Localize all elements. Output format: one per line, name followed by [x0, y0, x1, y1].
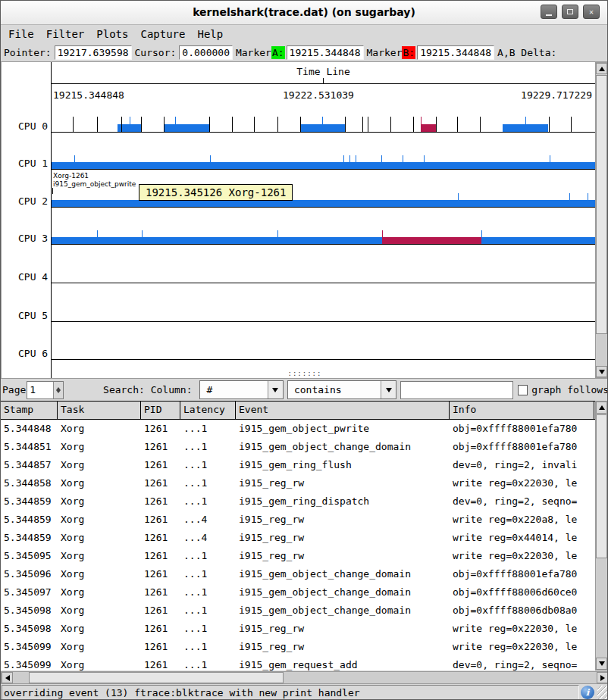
minimize-button[interactable] [541, 5, 557, 19]
header-cell-info[interactable]: Info [450, 402, 594, 419]
menu-file[interactable]: File [8, 28, 34, 43]
match-select-arrow [381, 381, 396, 398]
maximize-button[interactable] [562, 5, 578, 19]
spin-up-icon [56, 382, 61, 390]
table-row[interactable]: 5.345099Xorg1261...1i915_reg_rwwrite reg… [1, 638, 595, 656]
hover-mark [52, 188, 53, 194]
cell-stamp: 5.345099 [1, 656, 58, 670]
table-row[interactable]: 5.344848Xorg1261...1i915_gem_object_pwri… [1, 420, 595, 438]
cpu-label-2: CPU 2 [18, 195, 48, 207]
match-select[interactable]: contains [287, 380, 396, 399]
cell-info: dev=0, ring=2, seqno= [450, 656, 594, 670]
cpu-bar-3 [52, 237, 595, 244]
cursor-value: 0.000000 [179, 45, 233, 60]
menu-filter[interactable]: Filter [46, 28, 85, 43]
table-row[interactable]: 5.345098Xorg1261...1i915_reg_rwwrite reg… [1, 620, 595, 638]
list-scroll-up-button[interactable] [596, 402, 607, 414]
header-cell-event[interactable]: Event [236, 402, 450, 419]
page-label: Page [2, 384, 26, 395]
graph-follows-label: graph follows [531, 384, 608, 395]
cell-task: Xorg [58, 620, 141, 638]
cell-task: Xorg [58, 565, 141, 583]
menu-capture[interactable]: Capture [140, 28, 185, 43]
menu-help[interactable]: Help [197, 28, 223, 43]
search-input[interactable] [400, 381, 513, 399]
cell-stamp: 5.345099 [1, 638, 58, 656]
table-row[interactable]: 5.345096Xorg1261...1i915_gem_object_chan… [1, 565, 595, 583]
titlebar[interactable]: kernelshark(trace.dat) (on sugarbay) ✕ [1, 1, 607, 25]
event-tick [164, 117, 165, 132]
cell-pid: 1261 [141, 438, 180, 456]
cpu-bar-1 [52, 162, 595, 169]
cell-pid: 1261 [141, 565, 180, 583]
cell-latency: ...4 [180, 529, 236, 547]
event-tick [588, 193, 588, 200]
pane-splitter-handle[interactable]: ::::::: [2, 371, 608, 378]
cell-task: Xorg [58, 529, 141, 547]
cell-stamp: 5.344858 [1, 474, 58, 492]
event-tick [97, 117, 98, 132]
event-tick [322, 117, 323, 132]
page-spinner-buttons [53, 382, 63, 398]
ab-delta-label: A,B Delta: [497, 47, 556, 58]
list-scroll-right-button[interactable] [597, 672, 608, 683]
table-row[interactable]: 5.344851Xorg1261...1i915_gem_object_chan… [1, 438, 595, 456]
cell-info: obj=0xffff88001efa780 [450, 565, 594, 583]
cell-stamp: 5.345095 [1, 547, 58, 565]
info-icon[interactable]: i [581, 686, 594, 699]
header-cell-pid[interactable]: PID [141, 402, 180, 419]
hover-event-label: i915_gem_object_pwrite [53, 180, 136, 189]
page-spin-up-button[interactable] [54, 382, 63, 390]
table-row[interactable]: 5.344858Xorg1261...1i915_reg_rwwrite reg… [1, 474, 595, 492]
close-button[interactable]: ✕ [583, 5, 600, 19]
cell-task: Xorg [58, 474, 141, 492]
timeline-title: Time Line [52, 66, 595, 77]
cell-task: Xorg [58, 602, 141, 620]
resize-grip[interactable] [597, 686, 608, 699]
header-cell-stamp[interactable]: Stamp [1, 402, 58, 419]
graph-scroll-thumb[interactable] [596, 75, 607, 334]
header-cell-task[interactable]: Task [58, 402, 141, 419]
table-row[interactable]: 5.345095Xorg1261...1i915_reg_rwwrite reg… [1, 547, 595, 565]
event-tick [130, 117, 130, 132]
menu-plots[interactable]: Plots [96, 28, 128, 43]
cell-stamp: 5.345098 [1, 602, 58, 620]
column-select-value: # [206, 384, 212, 395]
page-spin-down-button[interactable] [54, 390, 63, 398]
list-scroll-thumb[interactable] [596, 414, 607, 558]
cell-event: i915_gem_ring_dispatch [236, 492, 450, 511]
match-select-value: contains [294, 384, 342, 395]
list-scroll-down-button[interactable] [596, 658, 607, 670]
table-row[interactable]: 5.344859Xorg1261...4i915_reg_rwwrite reg… [1, 511, 595, 529]
list-hscrollbar[interactable] [1, 671, 608, 684]
cpu-baseline-5 [52, 321, 595, 322]
timeline-plot[interactable]: Time Line 19215.344848 19222.531039 1922… [51, 62, 595, 378]
cursor-label: Cursor: [135, 47, 177, 58]
axis-time-left: 19215.344848 [53, 89, 124, 101]
table-row[interactable]: 5.345099Xorg1261...1i915_gem_request_add… [1, 656, 595, 670]
column-select[interactable]: # [199, 380, 283, 399]
page-spinner[interactable]: 1 [27, 381, 64, 399]
cell-info: obj=0xffff88001efa780 [450, 438, 594, 456]
cell-event: i915_gem_object_change_domain [236, 602, 450, 620]
list-vscrollbar[interactable] [595, 401, 608, 670]
table-row[interactable]: 5.344857Xorg1261...1i915_gem_ring_flushd… [1, 456, 595, 474]
hscroll-thumb[interactable] [29, 672, 284, 683]
table-row[interactable]: 5.345098Xorg1261...1i915_gem_object_chan… [1, 602, 595, 620]
cell-stamp: 5.345098 [1, 620, 58, 638]
event-tick [381, 155, 382, 162]
event-tick [356, 155, 356, 162]
header-cell-latency[interactable]: Latency [180, 402, 236, 419]
event-tick [73, 117, 74, 132]
cell-latency: ...1 [180, 456, 236, 474]
graph-vscrollbar[interactable] [595, 62, 608, 378]
list-scroll-left-button[interactable] [2, 672, 13, 683]
table-row[interactable]: 5.345097Xorg1261...1i915_gem_object_chan… [1, 583, 595, 602]
table-row[interactable]: 5.344859Xorg1261...4i915_reg_rwwrite reg… [1, 529, 595, 547]
event-tick [349, 155, 350, 162]
cpu-bar-2 [52, 200, 595, 207]
graph-scroll-up-button[interactable] [596, 63, 607, 74]
event-tick [382, 230, 383, 237]
table-row[interactable]: 5.344859Xorg1261...1i915_gem_ring_dispat… [1, 492, 595, 511]
graph-follows-checkbox[interactable] [518, 385, 528, 395]
